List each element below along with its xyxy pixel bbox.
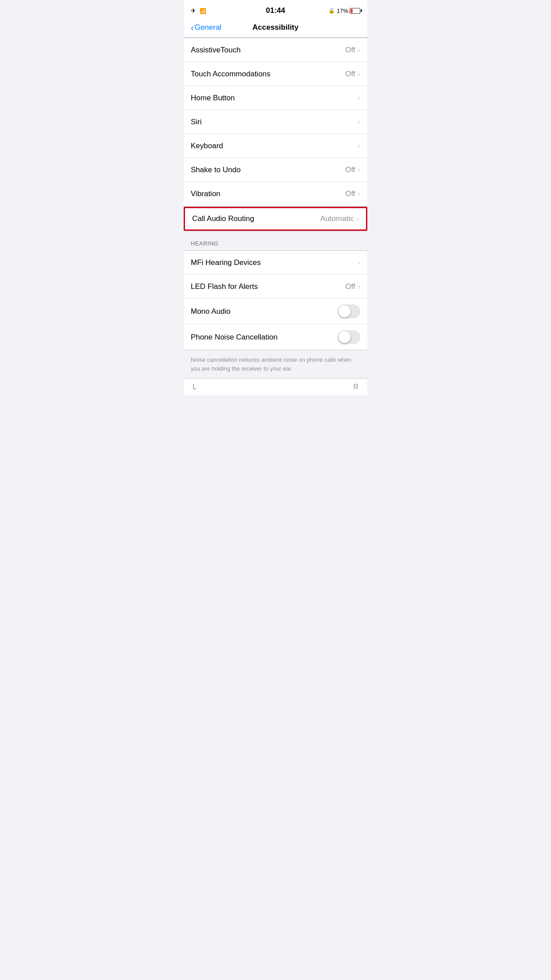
siri-chevron-icon: ›: [358, 118, 360, 126]
status-time: 01:44: [266, 6, 285, 15]
led-flash-alerts-label: LED Flash for Alerts: [191, 282, 258, 291]
shake-to-undo-chevron-icon: ›: [358, 166, 360, 174]
keyboard-chevron-icon: ›: [358, 142, 360, 150]
mfi-hearing-devices-chevron-icon: ›: [358, 259, 360, 267]
led-flash-alerts-value: Off: [345, 282, 355, 291]
airplane-icon: [191, 7, 196, 15]
touch-accommodations-value: Off: [345, 70, 355, 79]
home-button-label: Home Button: [191, 94, 235, 103]
assistive-touch-right: Off ›: [345, 46, 360, 55]
shake-to-undo-label: Shake to Undo: [191, 166, 240, 174]
siri-label: Siri: [191, 118, 202, 126]
wifi-icon: [200, 7, 206, 15]
status-right: 🔒 17%: [328, 8, 360, 14]
hearing-settings-group: MFi Hearing Devices › LED Flash for Aler…: [184, 250, 367, 350]
call-audio-routing-row[interactable]: Call Audio Routing Automatic ›: [184, 207, 367, 231]
status-bar: 01:44 🔒 17%: [184, 0, 367, 20]
keyboard-row[interactable]: Keyboard ›: [184, 134, 367, 158]
settings-content: AssistiveTouch Off › Touch Accommodation…: [184, 38, 367, 378]
assistive-touch-chevron-icon: ›: [358, 46, 360, 54]
mono-audio-toggle[interactable]: [338, 304, 360, 318]
footer-note: Noise cancellation reduces ambient noise…: [184, 350, 367, 378]
led-flash-alerts-right: Off ›: [345, 282, 360, 291]
vibration-row[interactable]: Vibration Off ›: [184, 182, 367, 206]
touch-accommodations-right: Off ›: [345, 70, 360, 79]
assistive-touch-value: Off: [345, 46, 355, 55]
back-chevron-icon: ‹: [191, 23, 194, 32]
vibration-chevron-icon: ›: [358, 190, 360, 198]
phone-noise-cancellation-toggle[interactable]: [338, 330, 360, 344]
home-button-chevron-icon: ›: [358, 94, 360, 102]
assistive-touch-row[interactable]: AssistiveTouch Off ›: [184, 38, 367, 62]
phone-noise-cancellation-right: [338, 330, 360, 344]
call-audio-routing-right: Automatic ›: [320, 214, 359, 223]
mono-audio-label: Mono Audio: [191, 307, 231, 316]
interaction-settings-group: AssistiveTouch Off › Touch Accommodation…: [184, 38, 367, 206]
shake-to-undo-value: Off: [345, 166, 355, 174]
status-left-icons: [191, 7, 206, 15]
mfi-hearing-devices-label: MFi Hearing Devices: [191, 258, 261, 267]
vibration-label: Vibration: [191, 190, 220, 198]
battery-percent: 17%: [337, 8, 348, 14]
mono-audio-row[interactable]: Mono Audio: [184, 299, 367, 324]
home-button-row[interactable]: Home Button ›: [184, 86, 367, 110]
led-flash-alerts-row[interactable]: LED Flash for Alerts Off ›: [184, 275, 367, 299]
call-audio-routing-label: Call Audio Routing: [192, 214, 254, 223]
led-flash-alerts-chevron-icon: ›: [358, 283, 360, 291]
back-button[interactable]: ‹ General: [191, 23, 221, 32]
home-button-right: ›: [358, 94, 360, 102]
call-audio-routing-chevron-icon: ›: [357, 215, 359, 223]
back-label: General: [195, 23, 221, 32]
bottom-bar: L R: [184, 378, 367, 395]
bottom-right-label: R: [353, 383, 358, 391]
call-audio-routing-value: Automatic: [320, 214, 354, 223]
shake-to-undo-right: Off ›: [345, 166, 360, 174]
battery-container: 17%: [337, 8, 360, 14]
phone-noise-cancellation-label: Phone Noise Cancellation: [191, 333, 278, 342]
mono-audio-toggle-thumb: [338, 305, 350, 317]
lock-icon: 🔒: [328, 8, 335, 14]
vibration-right: Off ›: [345, 190, 360, 198]
shake-to-undo-row[interactable]: Shake to Undo Off ›: [184, 158, 367, 182]
hearing-section-header: HEARING: [184, 231, 367, 250]
keyboard-right: ›: [358, 142, 360, 150]
touch-accommodations-label: Touch Accommodations: [191, 70, 271, 79]
touch-accommodations-chevron-icon: ›: [358, 70, 360, 78]
phone-noise-cancellation-toggle-thumb: [338, 331, 350, 343]
page-title: Accessibility: [252, 23, 299, 32]
siri-right: ›: [358, 118, 360, 126]
keyboard-label: Keyboard: [191, 142, 223, 150]
assistive-touch-label: AssistiveTouch: [191, 46, 240, 55]
touch-accommodations-row[interactable]: Touch Accommodations Off ›: [184, 62, 367, 86]
battery-icon: [350, 8, 360, 14]
siri-row[interactable]: Siri ›: [184, 110, 367, 134]
mfi-hearing-devices-row[interactable]: MFi Hearing Devices ›: [184, 251, 367, 275]
nav-bar: ‹ General Accessibility: [184, 20, 367, 38]
mono-audio-right: [338, 304, 360, 318]
battery-level: [350, 9, 353, 13]
mfi-hearing-devices-right: ›: [358, 259, 360, 267]
bottom-left-label: L: [193, 383, 197, 391]
phone-noise-cancellation-row[interactable]: Phone Noise Cancellation: [184, 324, 367, 350]
vibration-value: Off: [345, 190, 355, 198]
